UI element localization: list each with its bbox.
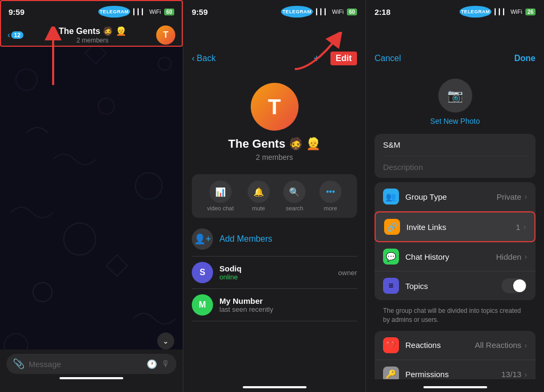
more-label: more	[324, 205, 337, 211]
home-indicator-3	[423, 386, 487, 388]
profile-avatar[interactable]: T	[251, 83, 299, 131]
more-icon: •••	[319, 181, 342, 203]
back-button-2[interactable]: ‹ Back	[192, 54, 216, 63]
edit-button[interactable]: Edit	[330, 52, 357, 65]
set-photo-label[interactable]: Set New Photo	[430, 117, 480, 125]
video-chat-action[interactable]: 📊 video chat	[207, 181, 234, 211]
time-3: 2:18	[375, 7, 390, 16]
svg-point-2	[135, 173, 162, 199]
group-type-value: Private	[497, 192, 522, 201]
topics-toggle[interactable]	[502, 278, 527, 293]
reactions-label: Reactions	[405, 340, 475, 350]
attachment-icon[interactable]: 📎	[13, 358, 24, 370]
member-status-sodiq: online	[219, 273, 332, 281]
back-button-1[interactable]: ‹ 12	[7, 30, 29, 40]
done-button[interactable]: Done	[514, 54, 536, 63]
chat-history-value: Hidden	[496, 252, 522, 261]
battery-3: 26	[525, 8, 536, 15]
more-action[interactable]: ••• more	[319, 181, 342, 211]
invite-links-icon: 🔗	[384, 219, 400, 235]
search-label: search	[286, 205, 303, 211]
permissions-label: Permissions	[405, 370, 502, 379]
wifi-3: WiFi	[511, 8, 522, 15]
message-placeholder: Message	[29, 360, 142, 369]
back-count: 12	[11, 31, 23, 39]
camera-button[interactable]: 📷	[438, 79, 472, 113]
settings-list-1: 👥 Group Type Private › 🔗 Invite Links 1 …	[366, 182, 544, 331]
profile-nav: ‹ Back + Edit	[183, 47, 366, 70]
chat-history-row[interactable]: 💬 Chat History Hidden ›	[375, 242, 536, 271]
invite-links-row[interactable]: 🔗 Invite Links 1 ›	[375, 211, 536, 242]
scroll-down-button[interactable]: ⌄	[157, 333, 174, 350]
chat-members: 2 members	[29, 37, 156, 44]
edit-nav: Cancel Done	[366, 47, 544, 70]
reactions-value: All Reactions	[475, 340, 522, 350]
group-type-chevron: ›	[524, 192, 527, 201]
signal-1: ▎▎▎	[133, 8, 146, 15]
video-chat-label: video chat	[207, 205, 234, 211]
time-1: 9:59	[8, 7, 24, 16]
add-member-label: Add Members	[219, 234, 273, 244]
svg-point-0	[16, 69, 37, 90]
member-info-mynumber: My Number last seen recently	[219, 296, 357, 313]
add-member-nav-button[interactable]: +	[313, 53, 320, 65]
mic-icon[interactable]: 🎙	[162, 359, 170, 369]
reactions-chevron: ›	[524, 341, 527, 350]
group-type-row[interactable]: 👥 Group Type Private ›	[375, 182, 536, 211]
invite-links-value: 1	[516, 223, 520, 232]
chat-bottom: 📎 Message 🕐 🎙	[0, 350, 183, 392]
member-role-sodiq: owner	[338, 269, 357, 277]
svg-point-3	[64, 223, 96, 255]
mute-icon: 🔔	[248, 181, 270, 203]
search-icon: 🔍	[283, 181, 305, 203]
chat-avatar[interactable]: T	[156, 25, 175, 45]
profile-name: The Gents 🧔 👱	[228, 137, 321, 151]
settings-group-1: 👥 Group Type Private › 🔗 Invite Links 1 …	[375, 182, 536, 300]
member-name-sodiq: Sodiq	[219, 264, 332, 273]
clock-icon: 🕐	[147, 359, 157, 369]
chat-name: The Gents 🧔 👱	[29, 26, 156, 36]
mute-action[interactable]: 🔔 mute	[248, 181, 270, 211]
permissions-chevron: ›	[524, 370, 527, 379]
chat-history-label: Chat History	[405, 252, 496, 261]
add-member-row[interactable]: 👤+ Add Members	[192, 222, 357, 257]
profile-panel: 9:59 TELEGRAM ▎▎▎ WiFi 60 ‹ Back + Edit	[183, 0, 366, 392]
topics-label: Topics	[405, 282, 502, 291]
edit-panel: 2:18 TELEGRAM ▎▎▎ WiFi 26 Cancel Done 📷 …	[366, 0, 544, 392]
group-type-label: Group Type	[405, 192, 497, 201]
status-bar-2: 9:59 TELEGRAM ▎▎▎ WiFi 60	[183, 0, 366, 23]
description-placeholder[interactable]: Description	[375, 156, 536, 178]
topics-row[interactable]: ≡ Topics	[375, 271, 536, 300]
telegram-badge-2: TELEGRAM	[281, 6, 313, 18]
invite-links-chevron: ›	[523, 223, 526, 231]
edit-photo-area: 📷 Set New Photo	[366, 70, 544, 132]
home-indicator-2	[243, 386, 307, 388]
edit-input-group: Description	[375, 134, 536, 178]
search-action[interactable]: 🔍 search	[283, 181, 305, 211]
add-member-icon: 👤+	[192, 228, 213, 250]
group-name-input[interactable]	[375, 134, 536, 156]
topics-description: The group chat will be divided into topi…	[375, 304, 536, 331]
cancel-button[interactable]: Cancel	[375, 54, 401, 63]
member-row-mynumber[interactable]: M My Number last seen recently	[192, 289, 357, 321]
edit-field-section: Description	[366, 134, 544, 178]
telegram-badge-3: TELEGRAM	[460, 6, 491, 18]
svg-point-4	[33, 283, 52, 302]
wifi-1: WiFi	[149, 8, 161, 15]
reactions-icon: ❤️	[383, 337, 399, 353]
signal-3: ▎▎▎	[495, 8, 507, 15]
member-row-sodiq[interactable]: S Sodiq online owner	[192, 257, 357, 289]
action-icons-row: 📊 video chat 🔔 mute 🔍 search ••• more	[192, 174, 357, 218]
status-bar-1: 9:59 TELEGRAM ▎▎▎ WiFi 60	[0, 0, 183, 23]
toggle-knob	[513, 279, 526, 292]
time-2: 9:59	[192, 7, 208, 16]
status-bar-3: 2:18 TELEGRAM ▎▎▎ WiFi 26	[366, 0, 544, 23]
battery-2: 60	[347, 8, 357, 15]
profile-avatar-area: T The Gents 🧔 👱 2 members	[183, 70, 366, 170]
mute-label: mute	[252, 205, 265, 211]
members-section: 👤+ Add Members S Sodiq online owner M My…	[183, 222, 366, 321]
member-avatar-m: M	[192, 294, 213, 316]
member-name-mynumber: My Number	[219, 296, 357, 305]
reactions-row[interactable]: ❤️ Reactions All Reactions ›	[375, 331, 536, 360]
chat-history-chevron: ›	[524, 252, 527, 261]
